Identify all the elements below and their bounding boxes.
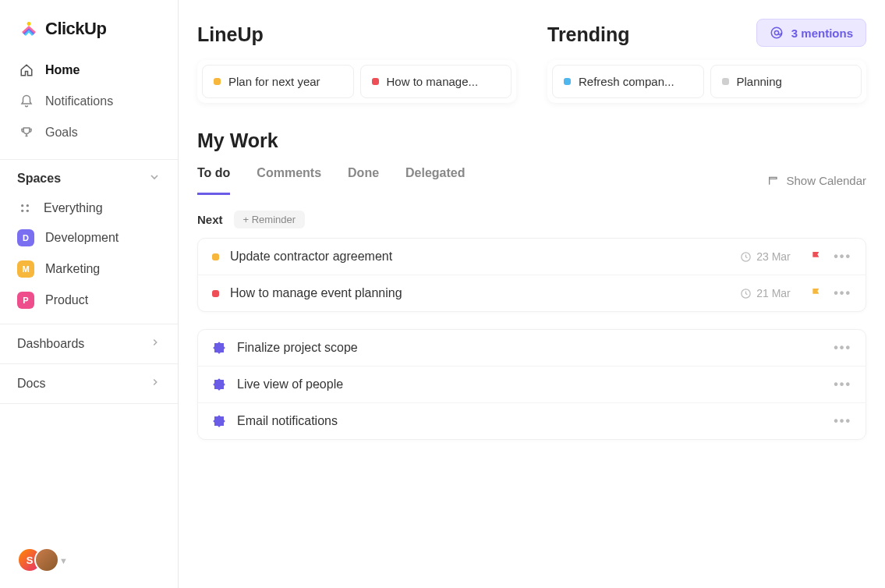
flag-icon[interactable]: [810, 250, 823, 263]
next-label: Next: [197, 213, 223, 226]
space-badge: M: [17, 260, 34, 278]
status-dot: [212, 290, 219, 297]
lineup-title: LineUp: [197, 23, 516, 46]
space-label: Everything: [44, 201, 103, 215]
nav-label: Home: [45, 63, 80, 77]
nav-notifications[interactable]: Notifications: [9, 86, 168, 117]
show-calendar-button[interactable]: Show Calendar: [767, 174, 866, 187]
task-title: Live view of people: [237, 377, 823, 391]
nav-home[interactable]: Home: [9, 55, 168, 86]
svg-point-4: [27, 210, 29, 212]
space-label: Marketing: [45, 262, 100, 276]
task-title: Email notifications: [237, 414, 823, 428]
caret-down-icon: ▼: [59, 556, 68, 565]
grid-icon: [17, 202, 33, 214]
chevron-right-icon: [150, 337, 161, 351]
svg-point-6: [774, 30, 778, 34]
svg-point-0: [27, 22, 31, 26]
status-dot: [722, 78, 729, 85]
mentions-badge[interactable]: 3 mentions: [756, 19, 866, 47]
more-icon[interactable]: •••: [834, 377, 851, 391]
puzzle-icon: [212, 341, 226, 355]
docs-section[interactable]: Docs: [0, 363, 178, 404]
mentions-text: 3 mentions: [791, 27, 853, 40]
task-row[interactable]: Email notifications •••: [198, 403, 866, 439]
docs-label: Docs: [17, 377, 45, 391]
brand-name: ClickUp: [45, 19, 106, 39]
show-calendar-label: Show Calendar: [786, 174, 866, 187]
trending-container: Refresh compan... Planning: [547, 60, 866, 103]
tab-todo[interactable]: To do: [197, 166, 230, 195]
task-date: 21 Mar: [740, 287, 799, 299]
task-group-dated: Update contractor agreement 23 Mar ••• H…: [197, 238, 866, 312]
home-icon: [19, 62, 34, 78]
clock-icon: [740, 288, 752, 299]
status-dot: [214, 78, 221, 85]
card-label: Planning: [737, 75, 782, 88]
task-row[interactable]: How to manage event planning 21 Mar •••: [198, 275, 866, 311]
task-title: Finalize project scope: [237, 341, 823, 355]
task-title: How to manage event planning: [230, 286, 729, 300]
trending-card[interactable]: Planning: [710, 65, 862, 98]
avatar-photo: [34, 547, 59, 572]
space-badge: D: [17, 229, 34, 246]
status-dot: [212, 253, 219, 260]
add-reminder-button[interactable]: + Reminder: [234, 211, 306, 228]
tab-done[interactable]: Done: [348, 166, 379, 195]
task-group-features: Finalize project scope ••• Live view of …: [197, 329, 866, 440]
task-title: Update contractor agreement: [230, 250, 729, 264]
nav-goals[interactable]: Goals: [9, 117, 168, 148]
tab-delegated[interactable]: Delegated: [405, 166, 465, 195]
trophy-icon: [19, 125, 34, 140]
dashboards-section[interactable]: Dashboards: [0, 324, 178, 363]
trending-card[interactable]: Refresh compan...: [552, 65, 704, 98]
svg-point-1: [21, 204, 23, 207]
more-icon[interactable]: •••: [834, 341, 851, 355]
spaces-label: Spaces: [17, 172, 61, 186]
svg-point-5: [771, 27, 782, 38]
more-icon[interactable]: •••: [834, 286, 851, 300]
dashboards-label: Dashboards: [17, 337, 84, 351]
task-row[interactable]: Update contractor agreement 23 Mar •••: [198, 239, 866, 275]
clickup-logo-icon: [19, 19, 39, 39]
status-dot: [372, 78, 379, 85]
space-marketing[interactable]: M Marketing: [0, 253, 178, 285]
mywork-title: My Work: [197, 129, 866, 152]
task-row[interactable]: Live view of people •••: [198, 367, 866, 403]
task-date: 23 Mar: [740, 250, 799, 263]
card-label: Plan for next year: [228, 75, 320, 88]
task-row[interactable]: Finalize project scope •••: [198, 330, 866, 367]
space-label: Product: [45, 293, 88, 307]
lineup-container: Plan for next year How to manage...: [197, 60, 516, 103]
space-badge: P: [17, 292, 34, 309]
more-icon[interactable]: •••: [834, 250, 851, 264]
svg-point-2: [27, 204, 29, 207]
calendar-icon: [767, 175, 780, 187]
nav-label: Notifications: [45, 94, 113, 108]
space-development[interactable]: D Development: [0, 222, 178, 253]
puzzle-icon: [212, 377, 226, 391]
puzzle-icon: [212, 414, 226, 428]
bell-icon: [19, 94, 34, 109]
status-dot: [564, 78, 571, 85]
nav-label: Goals: [45, 126, 78, 140]
space-label: Development: [45, 231, 119, 245]
more-icon[interactable]: •••: [834, 414, 851, 428]
space-product[interactable]: P Product: [0, 285, 178, 316]
chevron-down-icon: [148, 171, 161, 186]
tab-comments[interactable]: Comments: [257, 166, 321, 195]
card-label: How to manage...: [387, 75, 479, 88]
user-avatar-menu[interactable]: S ▼: [17, 547, 68, 574]
lineup-card[interactable]: How to manage...: [360, 65, 512, 98]
space-everything[interactable]: Everything: [0, 194, 178, 222]
lineup-card[interactable]: Plan for next year: [202, 65, 354, 98]
at-icon: [770, 26, 784, 40]
clock-icon: [740, 251, 752, 263]
chevron-right-icon: [150, 377, 161, 391]
brand-logo[interactable]: ClickUp: [0, 0, 178, 55]
card-label: Refresh compan...: [579, 75, 674, 88]
spaces-header[interactable]: Spaces: [0, 159, 178, 194]
svg-point-3: [21, 210, 23, 212]
flag-icon[interactable]: [810, 287, 823, 299]
